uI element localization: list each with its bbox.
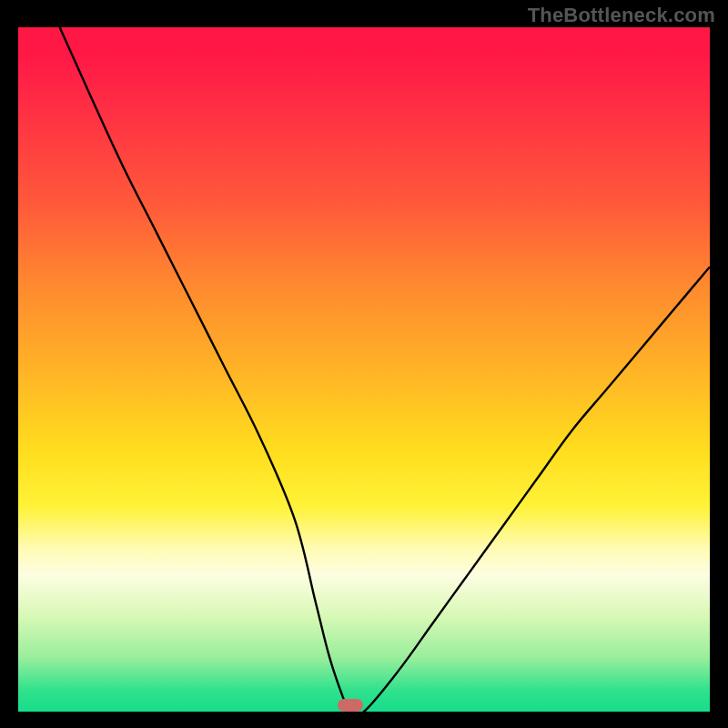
- optimum-marker: [338, 699, 363, 712]
- bottleneck-curve: [60, 27, 710, 712]
- curve-svg: [18, 27, 710, 712]
- chart-stage: TheBottleneck.com: [0, 0, 728, 728]
- plot-area: [18, 27, 710, 712]
- watermark-text: TheBottleneck.com: [528, 4, 715, 27]
